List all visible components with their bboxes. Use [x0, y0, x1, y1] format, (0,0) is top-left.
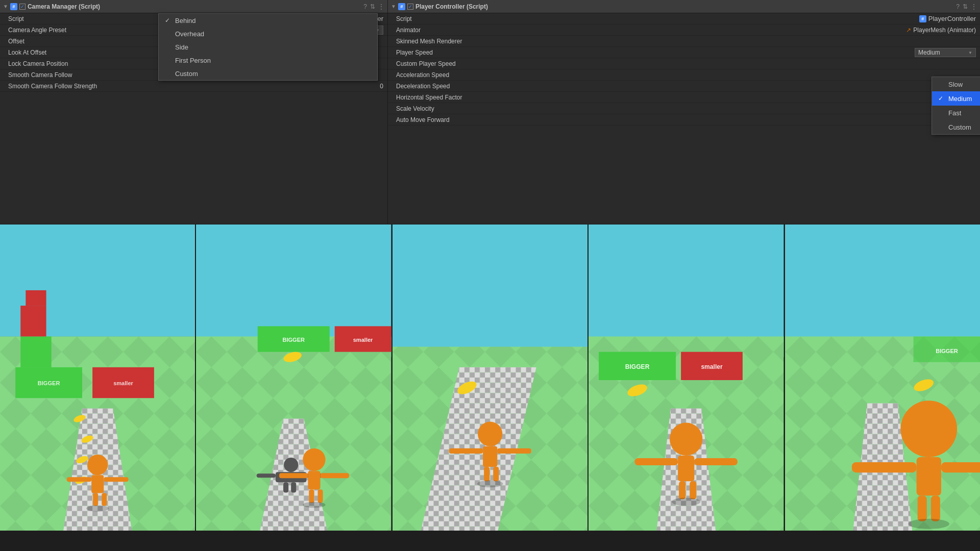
player-animator-value: ↗ PlayerMesh (Animator) [906, 27, 976, 34]
camera-smooth-strength-field: Smooth Camera Follow Strength 0 [0, 81, 387, 92]
svg-rect-100 [916, 457, 941, 495]
svg-rect-45 [308, 471, 321, 489]
camera-option-custom[interactable]: Custom [159, 67, 377, 80]
player-script-name[interactable]: PlayerController [928, 15, 976, 22]
player-horiz-label: Horizontal Speed Factor [396, 94, 967, 101]
svg-rect-22 [104, 477, 128, 482]
svg-rect-23 [93, 493, 98, 506]
player-skinned-field: Skinned Mesh Renderer [388, 36, 980, 47]
speed-option-custom[interactable]: Custom [932, 120, 980, 134]
viewport-4: BIGGER smaller [589, 224, 785, 531]
animator-text[interactable]: PlayerMesh (Animator) [913, 27, 976, 34]
svg-rect-46 [279, 473, 308, 478]
svg-rect-52 [393, 224, 587, 367]
svg-point-44 [303, 448, 326, 471]
player-decel-label: Deceleration Speed [396, 83, 976, 90]
player-script-file-icon: # [919, 15, 926, 22]
viewport-5: BIGGER [785, 224, 980, 531]
camera-panel-header: ▼ # Camera Manager (Script) ? ⇅ ⋮ [0, 0, 387, 13]
camera-collapse-arrow[interactable]: ▼ [3, 4, 8, 9]
viewport-2-svg: BIGGER smaller [196, 224, 391, 531]
player-scale-vel-field: Scale Velocity 2 [388, 103, 980, 114]
svg-rect-20 [91, 475, 104, 493]
speed-medium-label: Medium [948, 95, 972, 103]
speed-option-fast[interactable]: Fast [932, 106, 980, 120]
svg-rect-101 [851, 462, 916, 472]
svg-rect-62 [449, 448, 483, 454]
svg-rect-86 [690, 481, 696, 499]
camera-dropdown-overlay: ✓ Behind Overhead Side First Person [158, 13, 378, 81]
camera-option-firstperson[interactable]: First Person [159, 54, 377, 67]
camera-option-side[interactable]: Side [159, 40, 377, 54]
viewport-2: BIGGER smaller [196, 224, 392, 531]
player-animator-field: Animator ↗ PlayerMesh (Animator) [388, 24, 980, 36]
svg-point-66 [477, 480, 503, 487]
player-settings-icon[interactable]: ⇅ [963, 3, 968, 10]
player-speed-dropdown-overlay: Slow ✓ Medium Fast Custom [932, 77, 980, 135]
player-skinned-label: Skinned Mesh Renderer [396, 38, 976, 45]
svg-point-25 [86, 506, 109, 512]
root: ▼ # Camera Manager (Script) ? ⇅ ⋮ Script… [0, 0, 980, 551]
player-collapse-arrow[interactable]: ▼ [391, 4, 396, 9]
player-panel-icons: ? ⇅ ⋮ [956, 3, 977, 10]
player-custom-speed-label: Custom Player Speed [396, 60, 976, 67]
player-custom-speed-field: Custom Player Speed [388, 58, 980, 69]
svg-text:BIGGER: BIGGER [936, 348, 958, 354]
camera-firstperson-label: First Person [175, 57, 211, 64]
svg-rect-24 [102, 493, 107, 506]
svg-point-19 [87, 455, 108, 475]
camera-help-icon[interactable]: ? [363, 3, 367, 10]
speed-fast-label: Fast [948, 109, 961, 117]
svg-rect-84 [695, 458, 738, 465]
animator-arrow-icon: ↗ [906, 27, 911, 34]
player-enabled-checkbox[interactable] [407, 4, 413, 10]
player-accel-label: Acceleration Speed [396, 71, 976, 79]
viewport-3-svg [393, 224, 587, 531]
svg-rect-103 [917, 495, 926, 521]
speed-option-slow[interactable]: Slow [932, 77, 980, 91]
svg-rect-43 [291, 482, 297, 492]
svg-rect-61 [483, 446, 497, 467]
camera-menu-icon[interactable]: ⋮ [378, 3, 384, 10]
player-fields: Script # PlayerController Animator ↗ Pla… [388, 13, 980, 126]
player-help-icon[interactable]: ? [956, 3, 960, 10]
viewport-1: BIGGER smaller [0, 224, 196, 531]
player-menu-icon[interactable]: ⋮ [971, 3, 977, 10]
player-scale-vel-label: Scale Velocity [396, 105, 972, 112]
player-speed-dropdown[interactable]: Medium [915, 48, 976, 57]
player-animator-label: Animator [396, 27, 906, 34]
svg-text:BIGGER: BIGGER [283, 337, 305, 343]
svg-point-87 [672, 497, 700, 506]
speed-slow-label: Slow [948, 81, 963, 88]
player-auto-move-field: Auto Move Forward [388, 114, 980, 126]
player-script-icon: # [398, 3, 405, 10]
camera-smooth-strength-value: 0 [380, 83, 383, 90]
player-script-field: Script # PlayerController [388, 13, 980, 24]
player-script-value: # PlayerController [919, 15, 976, 22]
player-panel-header: ▼ # Player Controller (Script) ? ⇅ ⋮ [388, 0, 980, 13]
speed-medium-check: ✓ [938, 95, 944, 102]
svg-point-81 [670, 423, 702, 456]
svg-rect-63 [497, 448, 531, 454]
player-controller-panel: ▼ # Player Controller (Script) ? ⇅ ⋮ Scr… [388, 0, 980, 224]
camera-manager-panel: ▼ # Camera Manager (Script) ? ⇅ ⋮ Script… [0, 0, 388, 224]
svg-rect-47 [321, 473, 349, 478]
svg-rect-83 [635, 458, 678, 465]
camera-panel-title: Camera Manager (Script) [28, 3, 361, 10]
player-horiz-field: Horizontal Speed Factor 0.8 [388, 92, 980, 103]
camera-option-overhead[interactable]: Overhead [159, 27, 377, 40]
svg-text:smaller: smaller [113, 380, 133, 386]
player-speed-field: Player Speed Medium [388, 47, 980, 58]
svg-text:smaller: smaller [701, 363, 723, 370]
camera-enabled-checkbox[interactable] [19, 4, 26, 10]
camera-behind-label: Behind [175, 17, 195, 24]
svg-point-99 [900, 400, 957, 457]
camera-settings-icon[interactable]: ⇅ [370, 3, 375, 10]
camera-smooth-strength-label: Smooth Camera Follow Strength [8, 83, 380, 90]
camera-firstperson-check [165, 57, 171, 64]
camera-option-behind[interactable]: ✓ Behind [159, 14, 377, 27]
svg-text:BIGGER: BIGGER [38, 380, 60, 386]
speed-option-medium[interactable]: ✓ Medium [932, 91, 980, 106]
svg-point-50 [303, 502, 326, 508]
svg-rect-49 [318, 489, 323, 503]
